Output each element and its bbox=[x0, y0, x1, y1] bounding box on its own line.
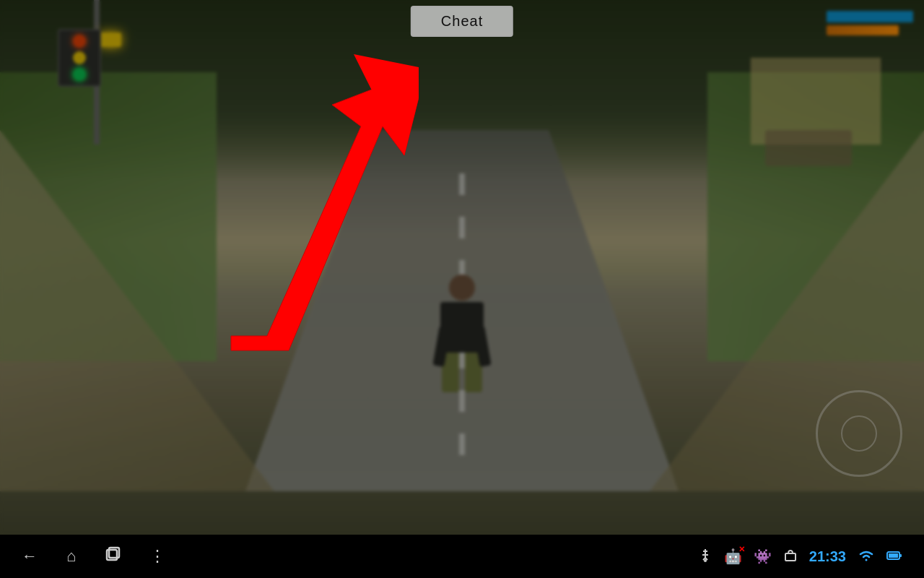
back-button[interactable]: ← bbox=[22, 547, 38, 566]
depth-blur-overlay bbox=[0, 0, 924, 535]
nav-right-status: 🤖 ✕ 👾 21:33 bbox=[698, 548, 902, 566]
game-background bbox=[0, 0, 924, 535]
shop-icon bbox=[783, 548, 798, 566]
svg-rect-8 bbox=[889, 553, 898, 558]
recents-button[interactable] bbox=[105, 546, 121, 566]
menu-dots-button[interactable]: ⋮ bbox=[149, 547, 165, 566]
wifi-icon bbox=[858, 548, 875, 565]
android-error-badge: ✕ bbox=[738, 545, 745, 554]
usb-icon bbox=[698, 548, 712, 566]
dpad-inner-ring bbox=[841, 415, 877, 452]
svg-rect-6 bbox=[785, 553, 796, 561]
svg-point-5 bbox=[704, 559, 707, 562]
android-icon: 🤖 ✕ bbox=[724, 548, 742, 565]
battery-icon bbox=[886, 549, 902, 564]
dpad-control[interactable] bbox=[816, 390, 902, 477]
home-button[interactable]: ⌂ bbox=[66, 547, 76, 566]
status-time: 21:33 bbox=[809, 548, 846, 565]
cheat-button[interactable]: Cheat bbox=[411, 6, 513, 37]
nav-left-controls: ← ⌂ ⋮ bbox=[22, 546, 165, 566]
android-nav-bar: ← ⌂ ⋮ 🤖 ✕ bbox=[0, 535, 924, 578]
game-screen: Cheat ← ⌂ ⋮ bbox=[0, 0, 924, 578]
svg-rect-9 bbox=[899, 554, 902, 557]
recents-icon bbox=[105, 546, 121, 562]
alien-icon: 👾 bbox=[754, 548, 772, 565]
